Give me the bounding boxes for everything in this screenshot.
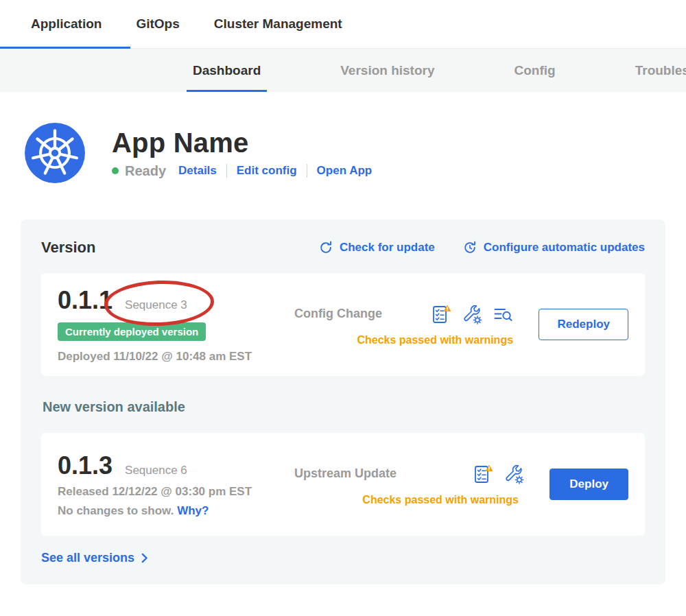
available-source-row: Upstream Update bbox=[294, 463, 525, 485]
version-actions: Check for update Configure automatic upd… bbox=[318, 240, 645, 255]
no-changes-label: No changes to show. bbox=[58, 504, 174, 517]
version-heading: Version bbox=[41, 239, 95, 257]
page: Application GitOps Cluster Management Da… bbox=[0, 0, 686, 616]
deploy-button[interactable]: Deploy bbox=[549, 469, 628, 500]
available-version-middle: Upstream Update bbox=[294, 463, 539, 506]
see-all-versions-link[interactable]: See all versions bbox=[41, 551, 150, 565]
configure-auto-updates-link[interactable]: Configure automatic updates bbox=[462, 240, 645, 255]
current-version-source: Config Change bbox=[294, 307, 382, 321]
changes-row: No changes to show. Why? bbox=[58, 504, 294, 518]
deployed-timestamp: Deployed 11/10/22 @ 10:48 am EST bbox=[58, 350, 294, 364]
config-wrench-icon[interactable] bbox=[461, 303, 483, 325]
tab-gitops[interactable]: GitOps bbox=[136, 16, 179, 32]
current-version-info: 0.1.1 Sequence 3 Currently deployed vers… bbox=[58, 285, 294, 364]
current-version-middle: Config Change bbox=[294, 303, 528, 346]
version-panel-header: Version Check for update bbox=[41, 239, 645, 257]
view-files-icon[interactable] bbox=[492, 303, 514, 325]
available-version-row: 0.1.3 Sequence 6 bbox=[58, 451, 294, 481]
status-label: Ready bbox=[125, 163, 166, 179]
chevron-right-icon bbox=[139, 553, 150, 563]
page-title: App Name bbox=[112, 128, 372, 158]
tab-dashboard[interactable]: Dashboard bbox=[191, 49, 263, 92]
see-all-versions-label: See all versions bbox=[41, 551, 134, 565]
available-check-icons bbox=[472, 463, 525, 485]
available-version-number: 0.1.3 bbox=[58, 451, 113, 481]
preflight-checks-icon[interactable] bbox=[430, 303, 452, 325]
current-check-icons bbox=[430, 303, 514, 325]
released-timestamp: Released 12/12/22 @ 03:30 pm EST bbox=[58, 485, 294, 499]
tab-version-history[interactable]: Version history bbox=[338, 49, 436, 92]
current-version-row: 0.1.1 Sequence 3 bbox=[58, 285, 294, 316]
current-version-card: 0.1.1 Sequence 3 Currently deployed vers… bbox=[41, 273, 645, 376]
check-for-update-link[interactable]: Check for update bbox=[318, 240, 435, 255]
tab-troubleshoot[interactable]: Troubleshoot bbox=[633, 49, 686, 92]
open-app-link[interactable]: Open App bbox=[317, 164, 372, 178]
auto-update-clock-icon bbox=[462, 240, 477, 255]
tab-config[interactable]: Config bbox=[512, 49, 558, 92]
available-version-info: 0.1.3 Sequence 6 Released 12/12/22 @ 03:… bbox=[58, 451, 294, 518]
check-for-update-label: Check for update bbox=[340, 241, 435, 254]
divider bbox=[226, 164, 227, 178]
redeploy-button[interactable]: Redeploy bbox=[539, 309, 628, 340]
current-source-row: Config Change bbox=[294, 303, 514, 325]
status-row: Ready Details Edit config Open App bbox=[112, 163, 372, 179]
current-checks-status: Checks passed with warnings bbox=[294, 334, 514, 346]
divider bbox=[307, 164, 307, 178]
version-panel: Version Check for update bbox=[21, 220, 665, 584]
available-version-source: Upstream Update bbox=[294, 466, 397, 481]
current-version-number: 0.1.1 bbox=[58, 285, 113, 316]
current-sequence-label: Sequence 3 bbox=[125, 298, 187, 312]
new-version-heading: New version available bbox=[43, 399, 645, 415]
app-header-text: App Name Ready Details Edit config Open … bbox=[112, 128, 372, 179]
secondary-nav: Dashboard Version history Config Trouble… bbox=[0, 49, 686, 92]
primary-nav: Application GitOps Cluster Management bbox=[0, 0, 686, 49]
available-checks-status: Checks passed with warnings bbox=[294, 494, 525, 506]
tab-application[interactable]: Application bbox=[31, 16, 102, 32]
preflight-checks-icon[interactable] bbox=[472, 463, 494, 485]
details-link[interactable]: Details bbox=[178, 164, 217, 178]
configure-auto-updates-label: Configure automatic updates bbox=[484, 241, 645, 254]
available-sequence-label: Sequence 6 bbox=[125, 464, 187, 477]
deployed-badge: Currently deployed version bbox=[58, 322, 206, 341]
available-version-card: 0.1.3 Sequence 6 Released 12/12/22 @ 03:… bbox=[41, 433, 645, 536]
config-wrench-icon[interactable] bbox=[503, 463, 525, 485]
tab-cluster-management[interactable]: Cluster Management bbox=[214, 16, 342, 32]
active-tab-underline bbox=[0, 47, 130, 49]
kubernetes-logo-icon bbox=[24, 122, 86, 184]
why-link[interactable]: Why? bbox=[177, 504, 209, 517]
edit-config-link[interactable]: Edit config bbox=[237, 164, 297, 178]
refresh-icon bbox=[318, 240, 333, 255]
app-header: App Name Ready Details Edit config Open … bbox=[24, 122, 686, 184]
status-dot-icon bbox=[112, 167, 119, 174]
